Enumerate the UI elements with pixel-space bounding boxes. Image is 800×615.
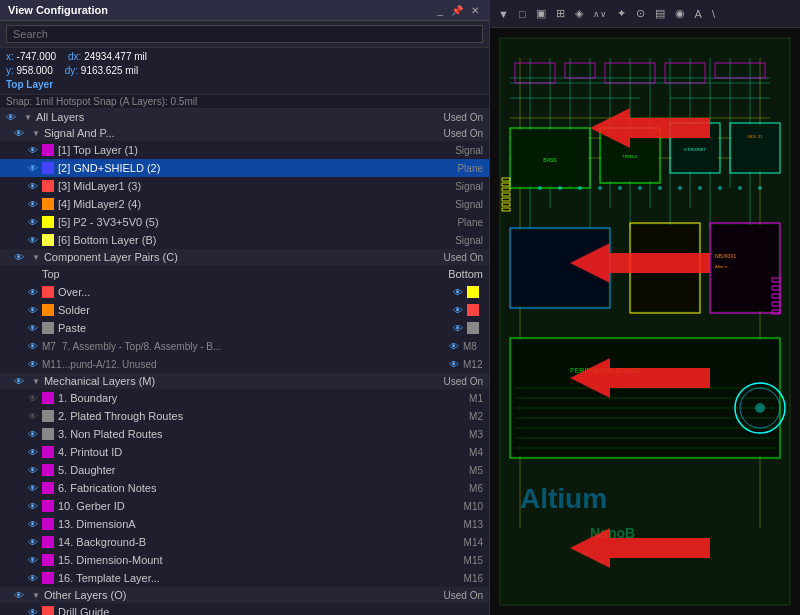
mech-fab[interactable]: 👁 6. Fabrication Notes M6: [0, 479, 489, 497]
top-type: Signal: [451, 145, 483, 156]
pair-paste-mid: Paste: [58, 322, 453, 334]
daughter-label: 5. Daughter: [58, 464, 465, 476]
layer-mid1[interactable]: 👁 [3] MidLayer1 (3) Signal: [0, 177, 489, 195]
pair-overlay-eye[interactable]: 👁: [28, 287, 42, 298]
pair-m8-eye[interactable]: 👁: [449, 341, 463, 352]
gnd-color: [42, 162, 54, 174]
gnd-eye[interactable]: 👁: [28, 163, 42, 174]
printout-eye[interactable]: 👁: [28, 447, 42, 458]
pair-overlay-eye2[interactable]: 👁: [453, 287, 467, 298]
mech-boundary[interactable]: 👁 1. Boundary M1: [0, 389, 489, 407]
pair-overlay-left-color: [42, 286, 54, 298]
mid1-eye[interactable]: 👁: [28, 181, 42, 192]
pair-paste-eye2[interactable]: 👁: [453, 323, 467, 334]
pair-m11-eye[interactable]: 👁: [28, 359, 42, 370]
top-eye[interactable]: 👁: [28, 145, 42, 156]
other-section-header[interactable]: 👁 ▼ Other Layers (O) Used On: [0, 587, 489, 603]
component-section-header[interactable]: 👁 ▼ Component Layer Pairs (C) Used On: [0, 249, 489, 265]
mechanical-section-header[interactable]: 👁 ▼ Mechanical Layers (M) Used On: [0, 373, 489, 389]
search-input[interactable]: [6, 25, 483, 43]
circle-icon[interactable]: ◉: [671, 5, 689, 22]
drillguide-eye[interactable]: 👁: [28, 607, 42, 616]
svg-rect-41: [512, 230, 608, 306]
zoom-icon[interactable]: ⊞: [552, 5, 569, 22]
template-color: [42, 572, 54, 584]
layer-list-icon[interactable]: ▤: [651, 5, 669, 22]
boundary-eye[interactable]: 👁: [28, 393, 42, 404]
layers-icon[interactable]: ◈: [571, 5, 587, 22]
dim-type: M13: [460, 519, 483, 530]
mech-dimm[interactable]: 👁 15. Dimension-Mount M15: [0, 551, 489, 569]
component-eye[interactable]: 👁: [14, 252, 28, 263]
other-eye[interactable]: 👁: [14, 590, 28, 601]
pair-m12-label: M12: [463, 359, 483, 370]
pair-m12-eye[interactable]: 👁: [449, 359, 463, 370]
mid2-eye[interactable]: 👁: [28, 199, 42, 210]
mech-nonplated[interactable]: 👁 3. Non Plated Routes M3: [0, 425, 489, 443]
layer-mid2[interactable]: 👁 [4] MidLayer2 (4) Signal: [0, 195, 489, 213]
layer-gnd[interactable]: 👁 [2] GND+SHIELD (2) Plane: [0, 159, 489, 177]
pair-solder-eye2[interactable]: 👁: [453, 305, 467, 316]
pair-bottom-label: Bottom: [448, 268, 483, 280]
all-layers-used: Used On: [444, 112, 483, 123]
signal-eye[interactable]: 👁: [14, 128, 28, 139]
all-layers-eye[interactable]: 👁: [6, 112, 20, 123]
pair-solder[interactable]: 👁 Solder 👁: [0, 301, 489, 319]
mechanical-label: Mechanical Layers (M): [44, 375, 155, 387]
fab-type: M6: [465, 483, 483, 494]
filter-icon[interactable]: ▼: [494, 6, 513, 22]
dim-eye[interactable]: 👁: [28, 519, 42, 530]
other-drill-guide[interactable]: 👁 Drill Guide: [0, 603, 489, 615]
pin-icon[interactable]: 📌: [449, 5, 465, 16]
pair-paste-eye[interactable]: 👁: [28, 323, 42, 334]
mech-bg[interactable]: 👁 14. Background-B M14: [0, 533, 489, 551]
boundary-label: 1. Boundary: [58, 392, 465, 404]
bottom-eye[interactable]: 👁: [28, 235, 42, 246]
grid-icon[interactable]: ▣: [532, 5, 550, 22]
mechanical-eye[interactable]: 👁: [14, 376, 28, 387]
star-icon[interactable]: ✦: [613, 5, 630, 22]
svg-point-64: [718, 186, 722, 190]
dimm-eye[interactable]: 👁: [28, 555, 42, 566]
pair-paste[interactable]: 👁 Paste 👁: [0, 319, 489, 337]
close-icon[interactable]: ✕: [469, 5, 481, 16]
pair-solder-eye[interactable]: 👁: [28, 305, 42, 316]
layer-bottom[interactable]: 👁 [6] Bottom Layer (B) Signal: [0, 231, 489, 249]
plated-eye[interactable]: 👁: [28, 411, 42, 422]
fit-icon[interactable]: □: [515, 6, 530, 22]
mech-gerber[interactable]: 👁 10. Gerber ID M10: [0, 497, 489, 515]
pair-m7m8[interactable]: 👁 M7 7. Assembly - Top/8. Assembly - B..…: [0, 337, 489, 355]
layer-top[interactable]: 👁 [1] Top Layer (1) Signal: [0, 141, 489, 159]
mech-template[interactable]: 👁 16. Template Layer... M16: [0, 569, 489, 587]
route-icon[interactable]: ∧∨: [589, 7, 611, 21]
bg-eye[interactable]: 👁: [28, 537, 42, 548]
gerber-eye[interactable]: 👁: [28, 501, 42, 512]
layer-p2[interactable]: 👁 [5] P2 - 3V3+5V0 (5) Plane: [0, 213, 489, 231]
pair-solder-mid: Solder: [58, 304, 453, 316]
minimize-icon[interactable]: _: [435, 5, 445, 16]
mech-daughter[interactable]: 👁 5. Daughter M5: [0, 461, 489, 479]
mech-plated[interactable]: 👁 2. Plated Through Routes M2: [0, 407, 489, 425]
template-eye[interactable]: 👁: [28, 573, 42, 584]
coords-bar: x: -747.000 dx: 24934.477 mil y: 958.000…: [0, 48, 489, 95]
all-layers-header[interactable]: 👁 ▼ All Layers Used On: [0, 109, 489, 125]
target-icon[interactable]: ⊙: [632, 5, 649, 22]
pair-m7-eye[interactable]: 👁: [28, 341, 42, 352]
layers-list[interactable]: 👁 ▼ All Layers Used On 👁 ▼ Signal And P.…: [0, 109, 489, 615]
plated-label: 2. Plated Through Routes: [58, 410, 465, 422]
mech-printout[interactable]: 👁 4. Printout ID M4: [0, 443, 489, 461]
fab-eye[interactable]: 👁: [28, 483, 42, 494]
svg-point-81: [755, 403, 765, 413]
svg-point-65: [738, 186, 742, 190]
signal-label: Signal And P...: [44, 127, 115, 139]
mech-dim[interactable]: 👁 13. DimensionA M13: [0, 515, 489, 533]
pair-m11m12[interactable]: 👁 M11 ...pund-A/12. Unused 👁 M12: [0, 355, 489, 373]
p2-eye[interactable]: 👁: [28, 217, 42, 228]
pair-overlay[interactable]: 👁 Over... 👁: [0, 283, 489, 301]
nonplated-eye[interactable]: 👁: [28, 429, 42, 440]
slash-icon[interactable]: \: [708, 6, 719, 22]
signal-section-header[interactable]: 👁 ▼ Signal And P... Used On: [0, 125, 489, 141]
daughter-eye[interactable]: 👁: [28, 465, 42, 476]
bottom-color: [42, 234, 54, 246]
text-icon[interactable]: A: [691, 6, 706, 22]
